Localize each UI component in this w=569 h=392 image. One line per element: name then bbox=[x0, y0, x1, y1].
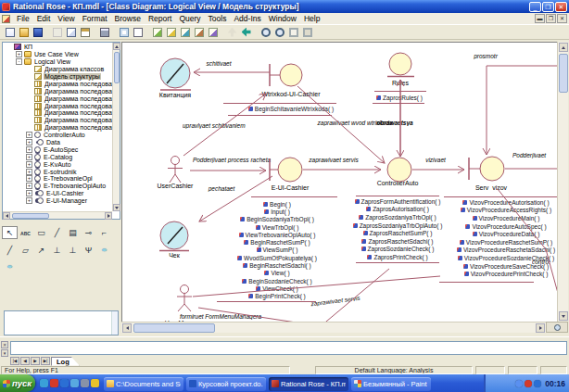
toolbar-save-button[interactable] bbox=[31, 26, 44, 39]
expand-icon[interactable]: + bbox=[26, 190, 32, 196]
opera-icon[interactable] bbox=[50, 379, 58, 387]
tree-item-диаграмма-последовательнос[interactable]: Диаграмма последовательнос bbox=[4, 87, 112, 95]
operation-item[interactable]: ZaprosRules( ) bbox=[353, 93, 446, 102]
model-explorer[interactable]: КП+Use Case View-Logical ViewДиаграмма к… bbox=[2, 42, 120, 220]
operation-item[interactable]: VizovProcedureMain( ) bbox=[441, 214, 557, 222]
operation-item[interactable]: BeginRaschetSumP( ) bbox=[212, 238, 342, 246]
operation-item[interactable]: Begin( ) bbox=[212, 200, 342, 208]
operation-item[interactable]: VizovProcedureAutoSpec( ) bbox=[441, 222, 557, 231]
tree-item-e-catalog[interactable]: +E-Catalog bbox=[4, 153, 112, 160]
toolbar-parent-button[interactable] bbox=[225, 26, 239, 39]
tree-item-диаграмма-последовательнос[interactable]: Диаграмма последовательнос bbox=[4, 124, 112, 132]
tool-realize[interactable]: ⊥ bbox=[65, 244, 81, 257]
toolbar-d1-button[interactable] bbox=[150, 26, 164, 39]
toolbar-fit-button[interactable] bbox=[286, 26, 300, 39]
tool-generalization[interactable]: ⊥ bbox=[49, 244, 65, 257]
close-button[interactable]: ✕ bbox=[555, 2, 567, 12]
controllerauto-operations[interactable]: ZaprosFormAuthentification( )ZaprosAutor… bbox=[342, 197, 453, 261]
diagram-window-icon[interactable] bbox=[2, 15, 10, 23]
log-pin-icon[interactable]: ▾ bbox=[1, 349, 8, 357]
toolbar-context-help-button[interactable] bbox=[117, 26, 131, 39]
taskbar-task-безымянный-paint[interactable]: Безымянный - Paint bbox=[351, 377, 431, 391]
diagram-horizontal-scrollbar[interactable] bbox=[121, 322, 546, 333]
scroll-down-icon[interactable] bbox=[113, 204, 120, 211]
tool-unidirectional-association[interactable]: ╱ bbox=[2, 244, 18, 257]
expand-icon[interactable]: + bbox=[26, 132, 32, 138]
tree-vertical-scrollbar[interactable] bbox=[112, 43, 120, 211]
first-tab-icon[interactable]: |◀ bbox=[10, 357, 19, 365]
operation-item[interactable]: ViewTrbOpl( ) bbox=[212, 223, 342, 231]
operation-item[interactable]: VizovProcedureAutorisation( ) bbox=[441, 198, 557, 207]
expand-icon[interactable]: + bbox=[26, 169, 32, 175]
operation-item[interactable]: BeginSozdanieCheck( ) bbox=[212, 277, 342, 285]
start-button[interactable]: пуск bbox=[0, 374, 35, 392]
tree-item-диаграмма-классов[interactable]: Диаграмма классов bbox=[4, 66, 112, 73]
toolbar-open-button[interactable] bbox=[17, 26, 31, 39]
security-icon[interactable] bbox=[525, 380, 532, 387]
tool-interface[interactable]: ⊸ bbox=[81, 226, 96, 239]
tree-item-диаграмма-последовательнос[interactable]: Диаграмма последовательнос bbox=[4, 80, 112, 87]
tree-item-data[interactable]: +Data bbox=[4, 139, 112, 146]
scroll-up-icon[interactable] bbox=[113, 43, 120, 50]
eui-cashier-operations[interactable]: Begin( )Input( )BeginSozdaniyaTrbOpl( )V… bbox=[212, 200, 342, 300]
tool-text[interactable]: ABC bbox=[18, 227, 33, 240]
media-player-icon[interactable] bbox=[81, 379, 89, 387]
operation-item[interactable]: VizovProcedureAccessRights( ) bbox=[441, 207, 557, 215]
menu-format[interactable]: Format bbox=[79, 14, 111, 23]
operation-item[interactable]: ZaprosAutorisation( ) bbox=[342, 206, 453, 214]
operation-item[interactable]: ViewSumP( ) bbox=[212, 247, 342, 254]
toolbar-zoom-out-button[interactable] bbox=[272, 26, 286, 39]
tree-item-диаграмма-последовательнос[interactable]: Диаграмма последовательнос bbox=[4, 109, 112, 117]
scroll-thumb[interactable] bbox=[559, 54, 568, 93]
menu-edit[interactable]: Edit bbox=[33, 14, 55, 23]
log-output[interactable] bbox=[10, 341, 567, 355]
operation-item[interactable]: VizovProcedureRaschetaSdachi( ) bbox=[441, 247, 557, 255]
tool-class[interactable]: ▤ bbox=[65, 226, 81, 239]
minimize-button[interactable]: _ bbox=[529, 2, 541, 12]
expand-icon[interactable]: + bbox=[26, 139, 32, 145]
operation-item[interactable]: ZaprosRaschetSumP( ) bbox=[342, 229, 453, 237]
tree-item-кп[interactable]: КП bbox=[4, 44, 112, 51]
mdi-restore-button[interactable]: ❐ bbox=[546, 14, 556, 23]
operation-item[interactable]: ViewTrebovanieOplAuto( ) bbox=[212, 231, 342, 238]
toolbar-new-button[interactable] bbox=[3, 26, 17, 39]
tab-log[interactable]: Log bbox=[51, 357, 80, 366]
menu-file[interactable]: File bbox=[13, 14, 33, 23]
operation-item[interactable]: ZaprosFormAuthentification( ) bbox=[342, 197, 453, 206]
expand-icon[interactable]: + bbox=[16, 51, 22, 57]
tree-item-e-trebovanieoplauto[interactable]: +E-TrebovanieOplAuto bbox=[4, 183, 112, 190]
operation-item[interactable]: VizovProcedureData( ) bbox=[441, 230, 557, 238]
tool-use-case-2[interactable]: ● bbox=[2, 259, 18, 272]
show-desktop-icon[interactable] bbox=[40, 379, 48, 387]
winamp-icon[interactable] bbox=[91, 379, 99, 387]
scroll-thumb[interactable] bbox=[133, 323, 215, 333]
tree-item-e-ui-cashier[interactable]: +E-UI-Cashier bbox=[4, 190, 112, 197]
toolbar-print-button[interactable] bbox=[97, 26, 111, 39]
tree-horizontal-scrollbar[interactable] bbox=[3, 211, 112, 219]
tool-dependency[interactable]: ↗ bbox=[33, 244, 49, 257]
volume-icon[interactable] bbox=[515, 380, 523, 387]
tool-use-case[interactable]: ● bbox=[96, 243, 112, 256]
tree-item-модель-структуры[interactable]: Модель структуры bbox=[4, 73, 112, 81]
serv-vizov-operations[interactable]: VizovProcedureAutorisation( )VizovProced… bbox=[441, 198, 557, 278]
menu-help[interactable]: Help bbox=[300, 14, 323, 23]
expand-icon[interactable]: + bbox=[26, 161, 32, 168]
operation-item[interactable]: BeginSozdaniyaTrbOpl( ) bbox=[212, 216, 342, 223]
operation-item[interactable]: BeginSchitavanieWtrixkoda( ) bbox=[226, 104, 356, 113]
toolbar-paste-button[interactable] bbox=[78, 26, 92, 39]
operation-item[interactable]: Input( ) bbox=[212, 208, 342, 215]
operation-item[interactable]: ZaprosSozdaniyaTrbOpl( ) bbox=[342, 213, 453, 221]
wtrixkod-operations[interactable]: BeginSchitavanieWtrixkoda( ) bbox=[226, 104, 356, 113]
tree-item-e-ui-manager[interactable]: +E-UI-Manager bbox=[4, 197, 112, 205]
expand-icon[interactable]: + bbox=[26, 197, 32, 204]
toolbar-copy-button[interactable] bbox=[64, 26, 78, 39]
network-icon[interactable] bbox=[534, 380, 541, 387]
tree-item-e-trebovanieopl[interactable]: +E-TrebovanieOpl bbox=[4, 175, 112, 183]
tool-actor[interactable]: Ψ bbox=[81, 244, 96, 257]
menu-window[interactable]: Window bbox=[265, 14, 300, 23]
tool-line[interactable]: ╱ bbox=[49, 226, 65, 239]
operation-item[interactable]: ZaprosSozdanieCheck( ) bbox=[342, 246, 453, 254]
toolbar-d5-button[interactable] bbox=[206, 26, 220, 39]
tree-item-use-case-view[interactable]: +Use Case View bbox=[4, 51, 112, 58]
tree-item-диаграмма-последовательнос[interactable]: Диаграмма последовательнос bbox=[4, 95, 112, 102]
